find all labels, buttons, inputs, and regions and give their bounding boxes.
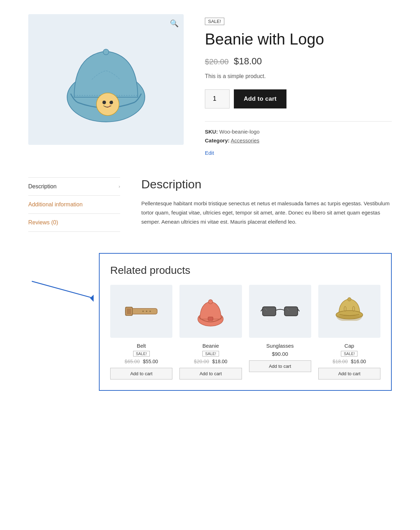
- svg-point-12: [142, 311, 144, 312]
- sunglasses-image: [261, 301, 300, 321]
- beanie-sale-price: $18.00: [212, 359, 227, 364]
- product-card-belt: Belt SALE! $65.00 $55.00 Add to cart: [110, 285, 172, 379]
- cap-original-price: $18.00: [333, 359, 348, 364]
- product-title: Beanie with Logo: [205, 30, 392, 49]
- add-to-cart-button[interactable]: Add to cart: [234, 89, 286, 108]
- sunglasses-regular-price: $90.00: [272, 351, 288, 357]
- cap-badge: SALE!: [341, 351, 357, 357]
- svg-point-29: [348, 298, 351, 301]
- product-section: 🔍: [28, 14, 392, 156]
- tabs-sidebar: Description › Additional information Rev…: [28, 177, 120, 232]
- original-price: $20.00: [205, 57, 229, 66]
- tabs-description-section: Description › Additional information Rev…: [28, 177, 392, 232]
- sku-label: SKU:: [205, 129, 218, 135]
- tab-reviews-label: Reviews (0): [28, 219, 58, 226]
- description-heading: Description: [141, 177, 392, 191]
- cap-name: Cap: [344, 343, 354, 349]
- tab-additional-info[interactable]: Additional information: [28, 196, 120, 214]
- belt-badge: SALE!: [133, 351, 150, 357]
- cap-image: [332, 295, 367, 327]
- svg-point-5: [111, 101, 113, 102]
- related-section-wrapper: Related products: [28, 253, 392, 391]
- arrow-annotation: [28, 271, 99, 306]
- beanie-badge: SALE!: [202, 351, 219, 357]
- belt-original-price: $65.00: [125, 359, 140, 364]
- edit-link[interactable]: Edit: [205, 150, 214, 156]
- beanie-add-to-cart-button[interactable]: Add to cart: [179, 368, 242, 379]
- tab-reviews[interactable]: Reviews (0): [28, 214, 120, 232]
- related-products-title: Related products: [110, 264, 380, 276]
- category-link[interactable]: Accessories: [231, 137, 259, 143]
- belt-price: $65.00 $55.00: [125, 359, 158, 364]
- svg-point-14: [149, 311, 151, 312]
- beanie-price: $20.00 $18.00: [194, 359, 227, 364]
- product-card-cap: Cap SALE! $18.00 $16.00 Add to cart: [318, 285, 380, 379]
- sale-badge: SALE!: [205, 18, 224, 25]
- related-products-grid: Belt SALE! $65.00 $55.00 Add to cart: [110, 285, 380, 379]
- description-body: Pellentesque habitant morbi tristique se…: [141, 199, 392, 227]
- tab-description-label: Description: [28, 183, 57, 190]
- beanie-original-price: $20.00: [194, 359, 209, 364]
- belt-image-wrapper: [110, 285, 172, 338]
- description-content: Description Pellentesque habitant morbi …: [141, 177, 392, 232]
- belt-name: Belt: [137, 343, 146, 349]
- beanie-image-wrapper: [179, 285, 242, 338]
- product-card-sunglasses: Sunglasses $90.00 Add to cart: [249, 285, 311, 379]
- sale-price: $18.00: [234, 56, 262, 66]
- cap-price: $18.00 $16.00: [333, 359, 366, 364]
- zoom-icon[interactable]: 🔍: [170, 19, 179, 28]
- product-info: SALE! Beanie with Logo $20.00 $18.00 Thi…: [205, 14, 392, 156]
- product-short-description: This is a simple product.: [205, 73, 392, 80]
- belt-image: [124, 301, 159, 322]
- product-image-wrapper: 🔍: [28, 14, 184, 145]
- chevron-right-icon: ›: [119, 184, 120, 189]
- category-label: Category:: [205, 137, 230, 143]
- beanie-name: Beanie: [202, 343, 219, 349]
- cap-add-to-cart-button[interactable]: Add to cart: [318, 368, 380, 379]
- related-products-box: Related products: [99, 253, 392, 391]
- tab-additional-info-label: Additional information: [28, 201, 83, 208]
- tab-description[interactable]: Description ›: [28, 177, 120, 196]
- svg-point-19: [208, 300, 213, 304]
- svg-point-13: [146, 311, 147, 312]
- svg-line-7: [32, 281, 94, 298]
- cap-image-wrapper: [318, 285, 380, 338]
- sunglasses-add-to-cart-button[interactable]: Add to cart: [249, 360, 311, 372]
- svg-marker-8: [90, 295, 94, 302]
- cap-sale-price: $16.00: [351, 359, 366, 364]
- sku-row: SKU: Woo-beanie-logo: [205, 129, 392, 135]
- sunglasses-name: Sunglasses: [266, 343, 294, 349]
- svg-point-2: [96, 93, 119, 116]
- sunglasses-image-wrapper: [249, 285, 311, 338]
- svg-point-6: [103, 49, 109, 55]
- sku-value: Woo-beanie-logo: [219, 129, 260, 135]
- price-row: $20.00 $18.00: [205, 56, 392, 67]
- sunglasses-price: $90.00: [272, 351, 288, 357]
- svg-rect-18: [208, 317, 213, 320]
- quantity-input[interactable]: [205, 89, 230, 108]
- product-card-beanie: Beanie SALE! $20.00 $18.00 Add to cart: [179, 285, 242, 379]
- product-divider: [205, 121, 392, 122]
- add-to-cart-row: Add to cart: [205, 89, 392, 108]
- belt-sale-price: $55.00: [143, 359, 158, 364]
- product-image: [57, 26, 155, 132]
- belt-add-to-cart-button[interactable]: Add to cart: [110, 368, 172, 379]
- beanie-image: [195, 294, 226, 329]
- category-row: Category: Accessories: [205, 137, 392, 143]
